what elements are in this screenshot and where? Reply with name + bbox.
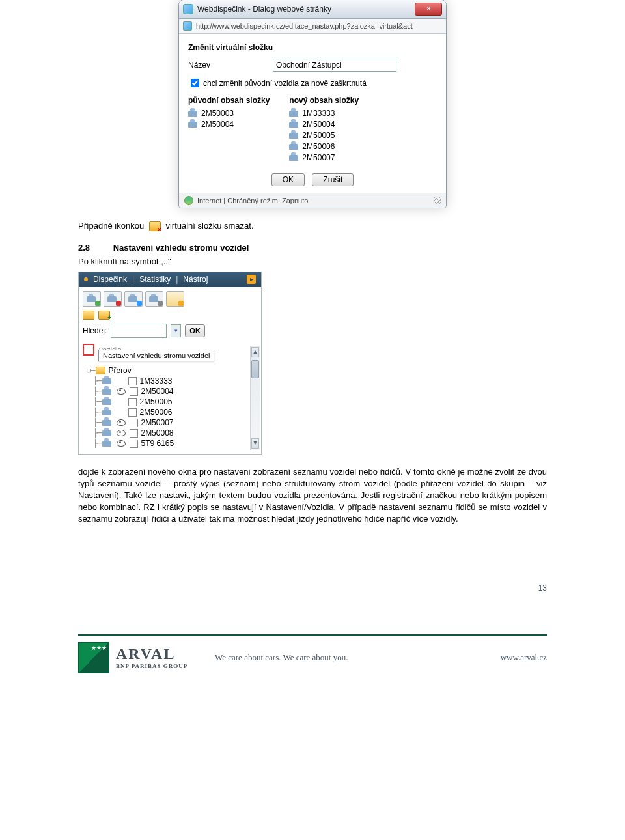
search-label: Hledej:	[83, 326, 107, 335]
cancel-button[interactable]: Zrušit	[312, 173, 354, 186]
tree-node[interactable]: ⊞─ Přerov	[83, 365, 257, 376]
toolbar-car-button[interactable]	[104, 291, 122, 307]
car-icon	[289, 111, 298, 117]
search-input[interactable]	[111, 324, 167, 338]
tree-item-label: 2M50007	[141, 418, 173, 427]
col1-header: původní obsah složky	[188, 96, 270, 105]
toolbar-car-button[interactable]	[145, 291, 163, 307]
tree-item[interactable]: ├─2M50007	[83, 417, 257, 428]
page-number: 13	[78, 583, 547, 593]
checkbox[interactable]	[130, 440, 138, 448]
status-bar: Internet | Chráněný režim: Zapnuto	[179, 193, 446, 208]
scroll-thumb[interactable]	[251, 360, 259, 378]
checkbox[interactable]	[130, 429, 138, 438]
tree-item[interactable]: ├─2M50005	[83, 397, 257, 407]
globe-icon	[184, 196, 193, 205]
vehicle-item: 2M50007	[289, 153, 359, 162]
tabs-bar: Dispečink | Statistiky | Nástroj ▸	[79, 272, 261, 287]
checkbox[interactable]	[130, 419, 138, 427]
toolbar-people-button[interactable]	[166, 291, 184, 307]
eye-icon	[117, 388, 126, 395]
tree-area: vozidla Nastavení vzhledu stromu vozidel…	[79, 342, 261, 454]
tree-item[interactable]: ├─2M50006	[83, 407, 257, 417]
tree-item-label: 5T9 6165	[141, 439, 174, 448]
tree-settings-button[interactable]	[83, 344, 94, 356]
car-icon	[289, 144, 298, 150]
tab-indicator-icon	[84, 277, 88, 281]
car-icon	[102, 420, 111, 426]
car-icon	[102, 441, 111, 447]
folder-add-icon[interactable]: +	[98, 311, 110, 320]
status-text: Internet | Chráněný režim: Zapnuto	[197, 197, 308, 204]
car-icon	[289, 155, 298, 161]
brand-name: ARVAL	[116, 645, 188, 663]
ok-button[interactable]: OK	[271, 173, 305, 186]
dialog-window: Webdispečink - Dialog webové stránky ✕ h…	[179, 0, 446, 208]
tooltip: Nastavení vzhledu stromu vozidel	[98, 350, 214, 361]
car-icon	[102, 410, 111, 415]
name-input[interactable]	[273, 59, 396, 72]
toolbar	[79, 287, 261, 309]
dialog-title: Webdispečink - Dialog webové stránky	[197, 5, 331, 14]
folder-delete-icon	[149, 221, 161, 231]
ie-icon	[183, 21, 192, 31]
scroll-up-icon[interactable]: ▲	[251, 347, 259, 357]
car-icon	[102, 430, 111, 436]
checkbox[interactable]	[128, 398, 137, 406]
address-bar: http://www.webdispecink.cz/editace_nasta…	[179, 19, 446, 34]
scroll-down-icon[interactable]: ▼	[251, 438, 259, 449]
col2-header: nový obsah složky	[289, 96, 359, 105]
car-icon	[102, 399, 111, 405]
toolbar-car-button[interactable]	[83, 291, 101, 307]
tree-item-label: 2M50006	[139, 408, 172, 417]
section-heading: 2.8 Nastavení vzhledu stromu vozidel	[78, 243, 547, 253]
tree-item[interactable]: ├─2M50008	[83, 428, 257, 438]
tree-item[interactable]: ├─1M33333	[83, 376, 257, 386]
toolbar-car-button[interactable]	[124, 291, 143, 307]
dropdown-icon[interactable]: ▾	[171, 324, 181, 337]
search-ok-button[interactable]: OK	[185, 324, 205, 337]
resize-grip-icon	[434, 197, 441, 204]
name-label: Název	[188, 61, 273, 70]
tree-item-label: 2M50004	[141, 387, 173, 396]
vehicle-item: 2M50006	[289, 142, 359, 151]
eye-icon	[117, 419, 126, 426]
section-subline: Po kliknutí na symbol „.."	[78, 257, 547, 266]
site-url: www.arval.cz	[462, 652, 547, 663]
folder-icon[interactable]	[83, 311, 94, 320]
close-icon[interactable]: ✕	[415, 3, 442, 16]
car-icon	[102, 378, 111, 384]
footer: ★★★ ARVAL BNP PARIBAS GROUP We care abou…	[78, 634, 547, 673]
car-icon	[289, 122, 298, 128]
vehicle-item: 1M33333	[289, 109, 359, 118]
text-line: Případně ikonkou virtuální složku smazat…	[78, 221, 547, 231]
vehicle-item: 2M50004	[289, 120, 359, 129]
tab-nastroj[interactable]: Nástroj	[183, 275, 208, 284]
nav-arrow-icon[interactable]: ▸	[247, 275, 256, 284]
car-icon	[188, 111, 197, 117]
tree-item-label: 2M50008	[141, 428, 173, 438]
tab-dispecink[interactable]: Dispečink	[93, 275, 127, 284]
tree-item-label: 2M50005	[139, 397, 172, 406]
checkbox[interactable]	[128, 408, 137, 417]
logo: ★★★ ARVAL BNP PARIBAS GROUP	[78, 642, 215, 673]
tab-statistiky[interactable]: Statistiky	[139, 275, 171, 284]
tree-item[interactable]: ├─5T9 6165	[83, 438, 257, 449]
tree-item[interactable]: ├─2M50004	[83, 386, 257, 397]
checkbox[interactable]	[130, 387, 138, 396]
dialog-titlebar: Webdispečink - Dialog webové stránky ✕	[179, 0, 446, 19]
checkbox[interactable]	[128, 377, 137, 385]
eye-icon	[117, 440, 126, 447]
folder-icon	[96, 367, 105, 374]
car-icon	[289, 133, 298, 139]
scrollbar[interactable]: ▲ ▼	[250, 346, 260, 450]
brand-group: BNP PARIBAS GROUP	[116, 663, 188, 669]
car-icon	[102, 389, 111, 395]
checkbox-label: chci změnit původní vozidla za nově zašk…	[203, 79, 367, 88]
dialog-heading: Změnit virtuální složku	[188, 43, 437, 52]
tree-panel: Dispečink | Statistiky | Nástroj ▸ +	[78, 272, 262, 455]
vehicle-item: 2M50005	[289, 131, 359, 140]
car-icon	[188, 122, 197, 128]
vehicle-item: 2M50004	[188, 120, 270, 129]
change-vehicles-checkbox[interactable]	[191, 79, 199, 87]
